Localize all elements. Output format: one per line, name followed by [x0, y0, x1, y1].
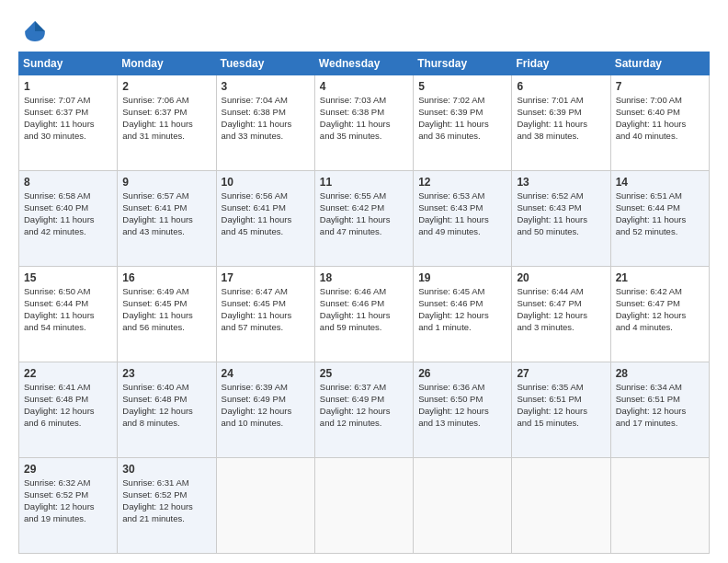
day-info: Sunset: 6:44 PM: [616, 202, 704, 214]
day-number: 2: [122, 79, 210, 94]
day-number: 7: [616, 79, 704, 94]
day-info: Daylight: 12 hours: [222, 406, 310, 418]
day-info: Daylight: 12 hours: [24, 501, 112, 513]
calendar-table: SundayMondayTuesdayWednesdayThursdayFrid…: [18, 52, 710, 554]
day-info: Sunrise: 6:55 AM: [320, 190, 408, 202]
calendar-cell: 24Sunrise: 6:39 AMSunset: 6:49 PMDayligh…: [216, 362, 314, 458]
day-number: 1: [24, 79, 112, 94]
week-row-2: 8Sunrise: 6:58 AMSunset: 6:40 PMDaylight…: [19, 171, 710, 267]
day-info: Sunset: 6:43 PM: [418, 202, 506, 214]
day-info: Daylight: 11 hours: [517, 214, 605, 226]
weekday-saturday: Saturday: [610, 52, 709, 75]
day-info: Sunset: 6:48 PM: [24, 394, 112, 406]
day-info: and 45 minutes.: [222, 226, 310, 238]
day-info: and 42 minutes.: [24, 226, 112, 238]
day-info: Sunrise: 6:56 AM: [222, 190, 310, 202]
day-info: and 57 minutes.: [222, 322, 310, 334]
day-info: and 33 minutes.: [222, 131, 310, 143]
day-info: Sunset: 6:40 PM: [616, 107, 704, 119]
calendar-cell: 4Sunrise: 7:03 AMSunset: 6:38 PMDaylight…: [314, 75, 413, 171]
day-info: Sunset: 6:47 PM: [616, 298, 704, 310]
day-info: Daylight: 11 hours: [122, 214, 210, 226]
day-info: and 13 minutes.: [418, 418, 506, 430]
weekday-friday: Friday: [512, 52, 610, 75]
day-info: Sunrise: 6:35 AM: [517, 382, 605, 394]
day-info: Sunrise: 6:45 AM: [418, 286, 506, 298]
calendar-cell: 23Sunrise: 6:40 AMSunset: 6:48 PMDayligh…: [118, 362, 216, 458]
weekday-wednesday: Wednesday: [314, 52, 413, 75]
calendar-cell: 9Sunrise: 6:57 AMSunset: 6:41 PMDaylight…: [118, 171, 216, 267]
day-number: 16: [122, 270, 210, 285]
calendar-cell: 30Sunrise: 6:31 AMSunset: 6:52 PMDayligh…: [118, 458, 216, 554]
day-info: Daylight: 11 hours: [222, 310, 310, 322]
day-info: and 56 minutes.: [122, 322, 210, 334]
calendar-cell: 3Sunrise: 7:04 AMSunset: 6:38 PMDaylight…: [216, 75, 314, 171]
calendar-cell: 18Sunrise: 6:46 AMSunset: 6:46 PMDayligh…: [314, 267, 413, 362]
day-number: 6: [517, 79, 605, 94]
day-number: 19: [418, 270, 506, 285]
day-info: Daylight: 11 hours: [24, 119, 112, 131]
day-number: 21: [616, 270, 704, 285]
header: [18, 15, 710, 44]
day-info: and 36 minutes.: [418, 131, 506, 143]
day-info: Sunrise: 6:40 AM: [122, 382, 210, 394]
day-info: Sunrise: 6:39 AM: [222, 382, 310, 394]
day-info: and 31 minutes.: [122, 131, 210, 143]
day-info: Sunrise: 7:03 AM: [320, 95, 408, 107]
day-info: Daylight: 11 hours: [320, 119, 408, 131]
weekday-tuesday: Tuesday: [216, 52, 314, 75]
calendar-cell: 28Sunrise: 6:34 AMSunset: 6:51 PMDayligh…: [610, 362, 709, 458]
day-info: Sunset: 6:46 PM: [320, 298, 408, 310]
day-info: Daylight: 12 hours: [517, 406, 605, 418]
day-info: and 3 minutes.: [517, 322, 605, 334]
day-info: Sunrise: 6:51 AM: [616, 190, 704, 202]
day-info: Sunrise: 6:50 AM: [24, 286, 112, 298]
day-info: Daylight: 12 hours: [122, 406, 210, 418]
day-number: 8: [24, 175, 112, 190]
day-info: Daylight: 11 hours: [616, 214, 704, 226]
day-info: Daylight: 12 hours: [24, 406, 112, 418]
day-number: 18: [320, 270, 408, 285]
day-info: Daylight: 12 hours: [122, 501, 210, 513]
day-info: Sunrise: 7:06 AM: [122, 95, 210, 107]
day-info: Sunset: 6:49 PM: [320, 394, 408, 406]
day-info: Sunset: 6:46 PM: [418, 298, 506, 310]
day-info: Sunset: 6:41 PM: [122, 202, 210, 214]
day-info: and 4 minutes.: [616, 322, 704, 334]
day-number: 12: [418, 175, 506, 190]
day-info: Daylight: 12 hours: [320, 406, 408, 418]
day-info: Sunset: 6:37 PM: [24, 107, 112, 119]
calendar-cell: [414, 458, 512, 554]
day-info: Daylight: 11 hours: [24, 310, 112, 322]
day-number: 17: [222, 270, 310, 285]
day-info: Sunrise: 6:34 AM: [616, 382, 704, 394]
logo-icon: [22, 18, 48, 44]
day-info: and 19 minutes.: [24, 513, 112, 525]
day-info: and 21 minutes.: [122, 513, 210, 525]
calendar-cell: 27Sunrise: 6:35 AMSunset: 6:51 PMDayligh…: [512, 362, 610, 458]
week-row-5: 29Sunrise: 6:32 AMSunset: 6:52 PMDayligh…: [19, 458, 710, 554]
day-info: and 59 minutes.: [320, 322, 408, 334]
day-info: Sunset: 6:42 PM: [320, 202, 408, 214]
day-info: Sunrise: 6:47 AM: [222, 286, 310, 298]
day-info: Sunset: 6:50 PM: [418, 394, 506, 406]
day-number: 27: [517, 366, 605, 381]
day-number: 30: [122, 462, 210, 477]
day-info: Daylight: 12 hours: [616, 310, 704, 322]
day-info: Daylight: 11 hours: [122, 119, 210, 131]
day-info: and 38 minutes.: [517, 131, 605, 143]
calendar-cell: 10Sunrise: 6:56 AMSunset: 6:41 PMDayligh…: [216, 171, 314, 267]
day-info: Sunset: 6:45 PM: [222, 298, 310, 310]
weekday-sunday: Sunday: [19, 52, 118, 75]
day-info: Sunset: 6:45 PM: [122, 298, 210, 310]
day-info: and 10 minutes.: [222, 418, 310, 430]
page: SundayMondayTuesdayWednesdayThursdayFrid…: [0, 0, 728, 563]
day-info: Sunrise: 6:49 AM: [122, 286, 210, 298]
day-info: and 12 minutes.: [320, 418, 408, 430]
day-info: and 35 minutes.: [320, 131, 408, 143]
calendar-cell: 7Sunrise: 7:00 AMSunset: 6:40 PMDaylight…: [610, 75, 709, 171]
day-number: 25: [320, 366, 408, 381]
day-number: 4: [320, 79, 408, 94]
day-info: Sunset: 6:38 PM: [222, 107, 310, 119]
week-row-4: 22Sunrise: 6:41 AMSunset: 6:48 PMDayligh…: [19, 362, 710, 458]
